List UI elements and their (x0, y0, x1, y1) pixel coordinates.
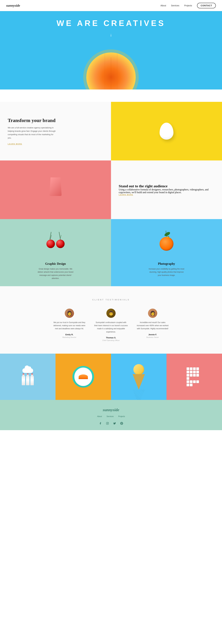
cup-body (49, 178, 62, 196)
cube (190, 367, 193, 370)
gallery-cone (111, 354, 167, 400)
hero-section: WE ARE CREATIVES ↓ (0, 9, 222, 90)
cube (187, 380, 189, 383)
footer: sunnyside About Services Projects (0, 400, 222, 430)
audience-section: Stand out to the right audience Using a … (0, 160, 222, 219)
footer-social (6, 421, 216, 426)
pinterest-icon[interactable] (119, 421, 124, 426)
testimonial-name-1: Thomas S. (106, 336, 116, 339)
avatar-2: 👩 (148, 308, 157, 318)
plate-visual (74, 368, 92, 386)
photography-title: Photography (158, 262, 175, 266)
cube (196, 374, 199, 376)
testimonial-text-2: Incredible end result! Our sales increas… (136, 321, 170, 330)
cube (193, 380, 196, 383)
egg-image-block (111, 102, 222, 160)
cube (196, 370, 199, 374)
audience-body: Using a collaborative formula of designe… (119, 188, 214, 194)
cube (196, 367, 199, 370)
cube (187, 384, 189, 386)
testimonial-0: 👩 We put our trust in Sunnyside and they… (52, 308, 86, 342)
testimonial-name-2: Jennie F. (149, 334, 157, 336)
cubes-row2 (187, 370, 202, 374)
cube (193, 367, 196, 370)
cube (187, 377, 189, 380)
contact-button[interactable]: CONTACT (197, 3, 216, 8)
cherry-image (6, 225, 105, 259)
avatar-img-0: 👩 (65, 308, 74, 318)
orange-fruit-container (160, 237, 174, 251)
testimonials-section: CLIENT TESTIMONIALS 👩 We put our trust i… (0, 286, 222, 354)
footer-link-services[interactable]: Services (107, 415, 114, 418)
cube (196, 380, 199, 383)
brand-heading: Transform your brand (8, 118, 103, 123)
orange-texture (86, 52, 136, 90)
cube (193, 374, 196, 376)
graphic-design-card: Graphic Design Great design makes you me… (0, 219, 111, 286)
testimonial-2: 👩 Incredible end result! Our sales incre… (136, 308, 170, 342)
bottle2 (26, 376, 29, 385)
testimonial-role-1: Chief Operating Officer (102, 340, 120, 341)
nav-links: About Services Projects CONTACT (161, 3, 216, 8)
sky-content (22, 368, 34, 385)
hero-orange-image (86, 52, 136, 90)
bottles-visual (22, 376, 34, 385)
gallery-sky (0, 354, 55, 400)
cube (187, 374, 189, 376)
testimonial-text-0: We put our trust in Sunnyside and they d… (52, 321, 86, 330)
orange-stem (166, 231, 166, 234)
testimonials-title: CLIENT TESTIMONIALS (9, 298, 213, 301)
cubes-row1 (187, 367, 202, 370)
avatar-1: 👨 (106, 308, 116, 318)
orange-image (117, 225, 216, 259)
photography-desc: Increase your credibility by getting the… (148, 268, 185, 277)
testimonial-text-1: Sunnyside's enthusiasm coupled with thei… (94, 321, 128, 334)
cubes-row3 (187, 374, 202, 380)
cube (187, 367, 189, 370)
gallery-plate (55, 354, 111, 400)
audience-text: Stand out to the right audience Using a … (111, 160, 222, 219)
footer-link-projects[interactable]: Projects (118, 415, 125, 418)
cube (190, 380, 193, 383)
cone-visual (133, 364, 145, 390)
avatar-img-1: 👨 (106, 308, 116, 318)
nav-link-projects[interactable]: Projects (184, 4, 192, 7)
cup-stem (55, 196, 56, 200)
brand-learn-more[interactable]: LEARN MORE (8, 143, 103, 145)
audience-learn-more[interactable]: LEARN MORE (119, 194, 214, 196)
bottle1 (22, 376, 25, 385)
audience-heading: Stand out to the right audience (119, 184, 214, 188)
cup-image-block (0, 160, 111, 219)
facebook-icon[interactable] (98, 421, 103, 426)
svg-rect-0 (106, 422, 109, 424)
cube (190, 374, 193, 376)
plate-orange-visual (79, 374, 88, 379)
testimonial-name-0: Emily R. (65, 334, 73, 336)
brand-text: Transform your brand We are a full-servi… (0, 102, 111, 160)
cone-scoop (133, 364, 144, 375)
nav-logo[interactable]: sunnyside (6, 4, 20, 8)
nav-link-services[interactable]: Services (171, 4, 179, 7)
avatar-img-2: 👩 (148, 308, 157, 318)
gallery-section (0, 354, 222, 400)
twitter-icon[interactable] (112, 421, 117, 426)
cloud-visual (22, 368, 33, 373)
services-section: Graphic Design Great design makes you me… (0, 219, 222, 286)
bottle-body1 (22, 376, 25, 385)
cone-body (133, 374, 145, 390)
brand-section: Transform your brand We are a full-servi… (0, 102, 222, 160)
instagram-icon[interactable] (105, 421, 110, 426)
egg-visual (160, 123, 174, 140)
cube (190, 384, 193, 386)
testimonials-grid: 👩 We put our trust in Sunnyside and they… (9, 308, 213, 342)
nav-link-about[interactable]: About (161, 4, 166, 7)
testimonial-role-0: Marketing Director (62, 336, 76, 338)
cubes-stack (187, 367, 202, 386)
cup-visual (49, 178, 62, 202)
cup-base (52, 200, 59, 202)
cherry1 (46, 240, 55, 248)
footer-link-about[interactable]: About (97, 415, 102, 418)
photography-card: Photography Increase your credibility by… (111, 219, 222, 286)
scroll-arrow[interactable]: ↓ (110, 32, 112, 37)
testimonial-1: 👨 Sunnyside's enthusiasm coupled with th… (94, 308, 128, 342)
